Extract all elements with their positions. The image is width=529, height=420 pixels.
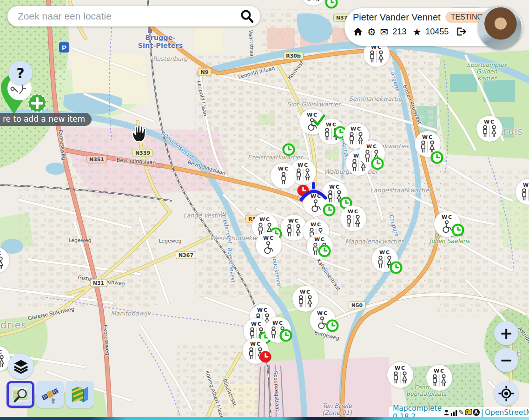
- hand-cursor-icon: [130, 124, 148, 143]
- toilet-marker[interactable]: WC: [318, 118, 344, 144]
- logout-icon[interactable]: [456, 26, 467, 37]
- selected-location-pin-icon: [298, 182, 328, 203]
- messages-envelope-icon[interactable]: ✉: [380, 27, 389, 37]
- geolocate-crosshair-icon: [498, 385, 515, 402]
- toilet-marker[interactable]: WC: [243, 338, 269, 364]
- toilet-marker[interactable]: WC: [300, 0, 326, 6]
- osm-carto-icon: [11, 385, 30, 404]
- search-input[interactable]: [17, 10, 239, 22]
- messages-count: 213: [392, 27, 406, 37]
- home-icon[interactable]: [353, 26, 363, 37]
- satellite-icon: [40, 384, 60, 405]
- search-icon[interactable]: [239, 8, 255, 24]
- geolocate-button[interactable]: [494, 381, 518, 406]
- attribution-bar: Mapcomplete 0.18.2 ✎ A | OpenStreetMap: [389, 407, 529, 418]
- toilet-marker[interactable]: WC: [340, 205, 366, 231]
- star-icon: ★: [412, 27, 421, 37]
- zoom-in-button[interactable]: +: [494, 321, 518, 345]
- toilet-marker[interactable]: WC: [372, 246, 398, 272]
- location-search-bar: [7, 6, 260, 26]
- mapcomplete-app: P Brugge- Sint-PietersRustenburgVaartstr…: [0, 0, 529, 420]
- opening-hours-badge: [450, 223, 465, 237]
- opening-hours-badge: [281, 142, 296, 157]
- statistics-icon[interactable]: [450, 409, 458, 416]
- toilet-marker[interactable]: WC: [426, 365, 452, 391]
- basemap-map-button[interactable]: [66, 381, 94, 408]
- basemap-osm-button[interactable]: [7, 381, 34, 408]
- map-markers-layer: WCWCWCWCWCWCWCWCWCWCWCWCWCWCWCWCWCWCWCWC…: [0, 0, 529, 420]
- toilet-marker[interactable]: WC: [434, 211, 460, 237]
- contributor-icon[interactable]: [443, 409, 450, 416]
- opening-hours-badge: [278, 328, 293, 343]
- basemap-satellite-button[interactable]: [36, 381, 64, 408]
- toilet-marker[interactable]: WC: [476, 116, 503, 142]
- toilet-marker[interactable]: WC: [516, 179, 529, 205]
- attribution-divider: |: [481, 408, 483, 417]
- openstreetmap-link[interactable]: OpenStreetMap: [485, 408, 529, 417]
- toilet-marker[interactable]: WC: [387, 362, 413, 388]
- toilet-marker[interactable]: WC: [359, 140, 385, 166]
- opening-hours-badge: [317, 243, 332, 258]
- layers-icon: [13, 358, 29, 375]
- opening-hours-badge: [322, 203, 337, 217]
- toilet-marker[interactable]: WC: [307, 233, 333, 259]
- user-avatar[interactable]: [478, 6, 522, 50]
- stars-count: 10455: [425, 27, 449, 37]
- bottom-progress-bar: [0, 417, 529, 420]
- layers-button[interactable]: [8, 354, 33, 379]
- settings-gear-icon[interactable]: ⚙: [367, 27, 376, 37]
- opening-hours-badge: [389, 260, 403, 275]
- status-clock-badge[interactable]: [276, 137, 302, 163]
- toilet-marker[interactable]: WC: [265, 317, 291, 343]
- add-plus-icon: [28, 94, 46, 112]
- user-name[interactable]: Pieter Vander Vennet: [353, 12, 441, 23]
- opening-hours-badge: [370, 156, 385, 171]
- add-item-tooltip: re to add a new item: [0, 113, 92, 126]
- folded-map-icon: [70, 384, 90, 405]
- osm-copyright-icon[interactable]: A: [473, 409, 480, 416]
- toilet-marker[interactable]: WC: [415, 131, 441, 157]
- basemap-switcher: [7, 381, 94, 408]
- opening-hours-badge: [324, 0, 339, 10]
- toilet-marker[interactable]: WC: [256, 232, 282, 258]
- opening-hours-badge: [430, 150, 444, 165]
- help-button[interactable]: ?: [8, 61, 33, 85]
- opening-hours-badge: [258, 349, 273, 364]
- mapillary-map-icon[interactable]: [465, 409, 472, 416]
- edit-pencil-icon[interactable]: ✎: [458, 408, 464, 417]
- toilet-marker[interactable]: WC: [310, 307, 336, 333]
- opening-hours-badge: [325, 318, 340, 333]
- toilet-marker[interactable]: WC: [0, 247, 9, 273]
- zoom-out-button[interactable]: −: [494, 348, 518, 372]
